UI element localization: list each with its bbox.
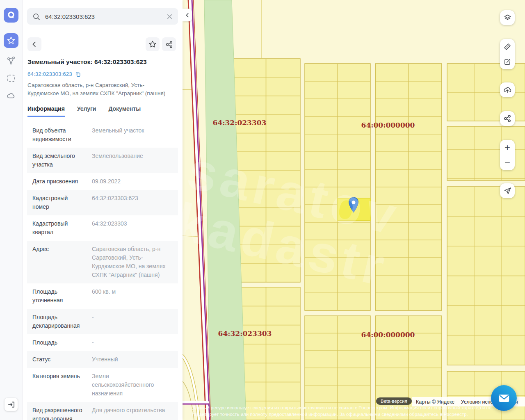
cadastral-number-link-row: 64:32:023303:623 <box>27 71 178 77</box>
draw-tools-group <box>500 39 515 69</box>
sidebar-item-area-select[interactable] <box>6 73 16 83</box>
cadastral-district-label: 64:00:000000 <box>361 331 415 339</box>
table-row: Вид земельного участка Землепользование <box>27 148 178 173</box>
zoom-controls: + − <box>500 140 515 170</box>
location-arrow-icon <box>503 187 512 195</box>
favorite-button[interactable] <box>146 37 160 51</box>
cadastral-map[interactable] <box>183 0 525 420</box>
sidebar-item-polygon-tool[interactable] <box>6 56 16 66</box>
star-icon <box>7 36 16 45</box>
chevron-left-icon <box>185 12 190 18</box>
sidebar <box>0 0 23 420</box>
polygon-tool-icon <box>6 56 16 66</box>
yandex-maps-link[interactable]: Карты © Яндекс <box>416 399 454 405</box>
cadastral-number-link[interactable]: 64:32:023303:623 <box>27 71 72 77</box>
table-row: Вид объекта недвижимости Земельный участ… <box>27 122 178 148</box>
login-icon <box>7 401 15 409</box>
cadastral-quarter-label: 64:32:023303 <box>218 329 272 338</box>
back-button[interactable] <box>27 37 41 51</box>
table-row: Категория земель Земли сельскохозяйствен… <box>27 368 178 402</box>
cadastral-district-label: 64:00:000000 <box>361 121 415 129</box>
zoom-in-button[interactable]: + <box>500 140 515 155</box>
star-outline-icon <box>148 40 157 48</box>
table-row: Площадь - <box>27 334 178 351</box>
map-share-button[interactable] <box>500 111 515 126</box>
collapse-panel-button[interactable] <box>183 9 192 21</box>
attributes-table: Вид объекта недвижимости Земельный участ… <box>23 122 183 420</box>
object-address: Саратовская область, р-н Саратовский, Ус… <box>27 81 174 98</box>
sidebar-item-cloud[interactable] <box>6 91 16 101</box>
dashed-selection-icon <box>7 74 16 83</box>
object-actions <box>27 37 176 51</box>
envelope-icon <box>498 393 510 403</box>
search-bar <box>27 8 178 25</box>
table-row: Дата присвоения 09.09.2022 <box>27 173 178 190</box>
chat-button[interactable] <box>491 385 517 411</box>
cadastral-quarter-label: 64:32:023303 <box>213 119 267 127</box>
table-row: Кадастровый номер 64:32:023303:623 <box>27 190 178 215</box>
login-button[interactable] <box>5 398 18 411</box>
panel-tabs: Информация Услуги Документы <box>27 105 178 117</box>
edit-icon <box>503 58 511 66</box>
share-icon <box>503 114 511 123</box>
ruler-icon <box>503 43 511 51</box>
beta-badge: Beta-версия <box>376 397 412 405</box>
search-icon <box>32 13 40 21</box>
logo-a-icon <box>7 11 16 20</box>
edit-button[interactable] <box>500 54 515 69</box>
layers-icon <box>503 14 512 22</box>
zoom-out-button[interactable]: − <box>500 155 515 170</box>
cloud-icon <box>6 91 16 101</box>
page-title: Земельный участок: 64:32:023303:623 <box>27 58 177 66</box>
search-input[interactable] <box>44 13 167 21</box>
table-row: Кадастровый квартал 64:32:023303 <box>27 215 178 241</box>
tab-information[interactable]: Информация <box>27 105 65 117</box>
layers-button[interactable] <box>500 10 515 25</box>
ruler-button[interactable] <box>500 39 515 54</box>
share-button[interactable] <box>162 37 176 51</box>
tab-services[interactable]: Услуги <box>77 105 96 117</box>
copy-icon[interactable] <box>75 71 81 77</box>
locate-me-button[interactable] <box>500 183 515 198</box>
table-row: Площадь уточненная 600 кв. м <box>27 283 178 309</box>
tab-documents[interactable]: Документы <box>108 105 141 117</box>
table-row: Вид разрешенного использования Для дачно… <box>27 402 178 420</box>
map-area: saratov kadastr 64:32:023303 64:00:00000… <box>183 0 525 420</box>
table-row: Площадь декларированная - <box>27 309 178 334</box>
share-icon <box>165 41 173 48</box>
search-clear-icon[interactable] <box>167 14 173 20</box>
object-info-panel: Земельный участок: 64:32:023303:623 64:3… <box>23 0 183 420</box>
sidebar-item-favorites[interactable] <box>4 33 18 48</box>
cloud-upload-icon <box>503 85 512 94</box>
table-row: Статус Учтенный <box>27 351 178 368</box>
upload-button[interactable] <box>500 82 515 97</box>
table-row: Адрес Саратовская область, р-н Саратовск… <box>27 241 178 283</box>
app-logo[interactable] <box>4 8 18 23</box>
